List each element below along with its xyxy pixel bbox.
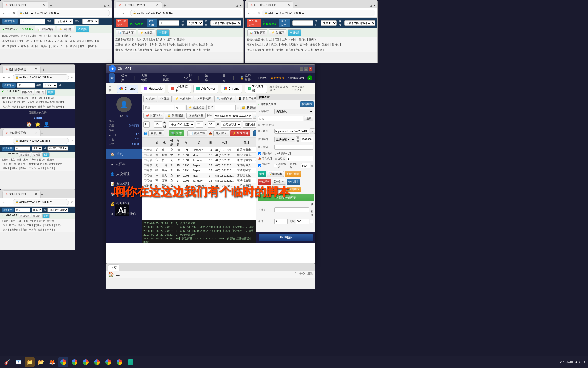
prefix-value[interactable]	[301, 137, 313, 142]
script-url-input[interactable]	[214, 113, 252, 119]
btn-inject[interactable]: 💉 注入脚本	[253, 113, 256, 119]
back-btn-2[interactable]: ←	[116, 11, 119, 15]
menu-cloud-ladder[interactable]: ☁ 云梯本	[106, 159, 142, 169]
btn-fixed-point[interactable]: 📌 固定网址	[143, 113, 164, 119]
max-btn-main[interactable]: □	[304, 67, 308, 71]
refresh-5[interactable]: 刷新	[42, 152, 50, 157]
init-btn[interactable]: 初始化	[258, 187, 269, 192]
new-tab-btn-1[interactable]: +	[50, 3, 53, 8]
btn-element[interactable]: ⬡ 元素	[158, 96, 172, 102]
daily-btn-3[interactable]: ⚡ 每日题	[269, 29, 286, 36]
unit-input[interactable]	[274, 219, 288, 224]
city-select-3[interactable]: --以下为全部城市--	[344, 20, 375, 26]
fwd-4[interactable]: →	[7, 75, 11, 79]
btn-remove-restriction[interactable]: 🔓 解除限制	[165, 113, 185, 119]
menu-script-mgmt[interactable]: 📝 脚本管理	[106, 179, 142, 189]
b5[interactable]: ←	[2, 139, 6, 143]
job-select[interactable]: 自定义职业	[221, 121, 241, 128]
tab-3-close[interactable]: ✕	[288, 3, 290, 7]
script-example-select[interactable]: 内部测试	[274, 109, 313, 114]
panel-btn-2[interactable]: 📊 面板界面	[116, 29, 136, 36]
btn-query-problem[interactable]: 🔍 查询问卷	[214, 96, 235, 102]
alidll-service-btn[interactable]: Alidll服务	[259, 234, 313, 241]
tab-6[interactable]: ⊕ 接口开放平台 ✕	[2, 190, 41, 198]
tab-4-close[interactable]: ✕	[35, 68, 37, 71]
btn-click[interactable]: ↖ 点击	[143, 96, 157, 102]
menu-home[interactable]: 🏠 首页	[106, 149, 142, 159]
new-tab-btn-3[interactable]: +	[295, 3, 298, 8]
id-5[interactable]	[15, 146, 30, 151]
tab-1[interactable]: ⊕ 接口开放平台 ✕	[2, 1, 48, 8]
id-input-3[interactable]	[292, 20, 313, 26]
new-tab-btn-4[interactable]: +	[42, 67, 45, 73]
menu-question-bank[interactable]: 📚 题库管理	[106, 189, 142, 199]
fixed-url-btn[interactable]: ▼	[310, 128, 315, 134]
check-status-btn[interactable]: 🔍查看状态	[270, 187, 286, 192]
right-search-input[interactable]	[258, 116, 303, 121]
minimize-2[interactable]: ─	[232, 4, 235, 7]
auto-start-count[interactable]	[287, 156, 313, 161]
table-row[interactable]: 市电信周田丽女251998Septe...25(86)1381328...龙潭街…	[142, 163, 256, 168]
taskbar-explorer[interactable]: 📁	[24, 357, 35, 367]
taskbar-app-7[interactable]	[126, 357, 136, 367]
random-chars-select[interactable]: 默认(邮箱▼	[274, 137, 295, 142]
cb-sync-input[interactable]	[258, 152, 261, 155]
my-script-btn[interactable]: 📝我的脚本	[267, 171, 284, 177]
btn-update-proxy[interactable]: ↺ 更新代理	[194, 96, 213, 102]
fixed-url-input[interactable]	[274, 129, 309, 134]
new-tab-6[interactable]: +	[41, 192, 43, 198]
daily-6[interactable]: 每日题	[32, 214, 41, 218]
table-row[interactable]: 市电信宋明男321991January12(86)1371326...龙潭街道中…	[142, 158, 256, 163]
new-tab-btn-2[interactable]: +	[163, 3, 166, 8]
refresh-6[interactable]: 刷新	[42, 214, 50, 218]
id-6[interactable]	[15, 208, 30, 212]
get-split-btn[interactable]: 获取分组	[148, 130, 164, 136]
element-input[interactable]	[143, 105, 174, 110]
taskbar-chrome-4[interactable]	[92, 357, 102, 367]
quantity-input[interactable]	[175, 105, 185, 110]
chrome-option-2[interactable]: Chrome	[221, 85, 242, 93]
table-row[interactable]: 市电信胡娟女301996October14(86)1301327...住前街道街…	[142, 147, 256, 153]
nav-question-bank[interactable]: 题库	[203, 73, 211, 83]
tab-2-close[interactable]: ✕	[156, 3, 158, 7]
taskbar-chrome-5[interactable]	[103, 357, 113, 367]
back-btn-1[interactable]: ←	[2, 11, 6, 15]
refresh-4[interactable]: 刷新	[47, 90, 55, 95]
url-4[interactable]: 🔒 alidll.com/hw/?ID=1868888=	[13, 74, 69, 80]
btn-get-phone[interactable]: 📱 获取手机号	[236, 96, 256, 102]
minimize-3[interactable]: ─	[366, 4, 369, 7]
url-bar-1[interactable]: 🔒 alidll.com/hw/?ID=1868888=	[17, 10, 110, 16]
back-4[interactable]: ←	[2, 75, 6, 79]
url-6[interactable]: 🔒 alidll.com/hw/?ID=1868888=	[13, 199, 69, 205]
adspower-option[interactable]: AdsPower	[193, 85, 218, 93]
prov-sel-4[interactable]: 北京▼	[43, 83, 57, 88]
batch-new-btn[interactable]: + 批量新建	[253, 130, 256, 136]
daily-btn-1[interactable]: ⚡ 每日题	[57, 26, 74, 32]
taskbar-chrome-6[interactable]	[114, 357, 125, 367]
target-id-input[interactable]	[215, 105, 236, 110]
panel-6[interactable]: 面板界面	[19, 214, 31, 218]
table-row[interactable]: 市电信徐英英女291994Septe...25(86)1091328...东城地…	[142, 168, 256, 173]
height-cb[interactable]	[310, 220, 313, 223]
id-input-2[interactable]	[159, 20, 179, 26]
bottom-home-icon[interactable]: 🏠	[108, 272, 114, 277]
new-tab-5[interactable]: +	[41, 131, 43, 136]
panel-btn-1[interactable]: 📊 面板界面	[35, 26, 55, 32]
prov-5[interactable]: 北京	[32, 146, 42, 151]
b6[interactable]: ←	[2, 200, 6, 204]
prov-6[interactable]: 北京	[32, 208, 42, 212]
url-5[interactable]: 🔒 alidll.com/hw/?ID=1868888=	[13, 138, 69, 144]
panel-5[interactable]: 面板界面	[19, 152, 31, 157]
city-5[interactable]: --以下为全部城市--	[47, 146, 68, 151]
proxy-write-btn[interactable]: 代写脚本	[300, 101, 314, 107]
chrome-option[interactable]: Chrome	[117, 85, 138, 93]
forward-btn-1[interactable]: →	[7, 11, 11, 15]
continue-btn[interactable]: 继续	[258, 171, 266, 177]
table-row[interactable]: 市电信谭雅娜女321991May12(86)1801325...劲松街道东...…	[142, 153, 256, 158]
taskbar-mail[interactable]: 📧	[13, 357, 23, 367]
age-from-field[interactable]	[196, 121, 203, 128]
taskbar-chrome-1[interactable]	[58, 357, 68, 367]
forward-btn-3[interactable]: →	[252, 11, 256, 15]
nav-passwordless[interactable]: 🔓 免密登录	[238, 73, 254, 83]
daily-btn-2[interactable]: ⚡ 每日题	[138, 29, 155, 36]
